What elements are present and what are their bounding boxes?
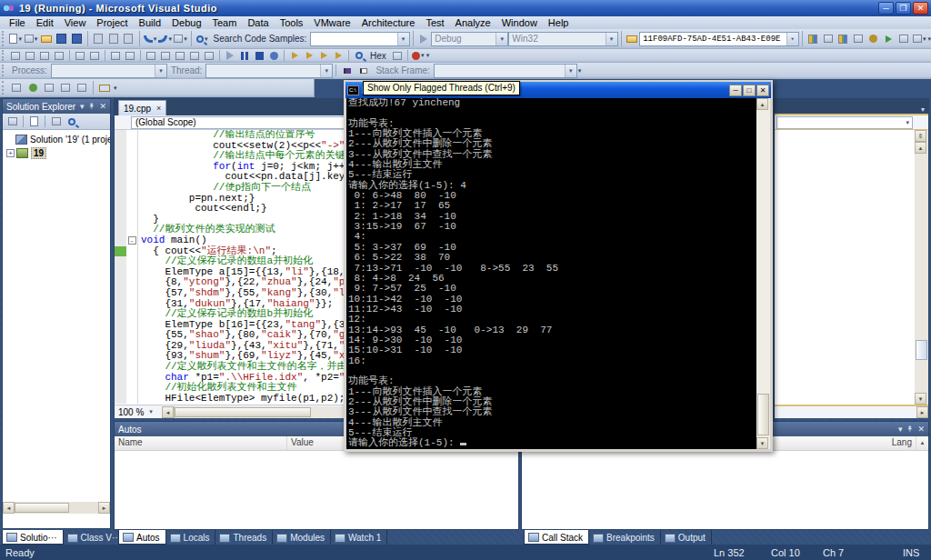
toolbar-grip[interactable] <box>2 81 6 95</box>
scroll-left-icon[interactable]: ◂ <box>162 406 174 418</box>
guid-combo[interactable]: 11F09AFD-75AD-4E51-AB43-E09E▾ <box>639 32 798 46</box>
zoom-dropdown[interactable]: 100 %▾ <box>115 407 162 417</box>
step-into-icon[interactable] <box>303 50 315 62</box>
breakpoint-gutter[interactable] <box>115 299 126 310</box>
show-flagged-only-icon[interactable] <box>356 64 371 78</box>
fold-margin[interactable]: - <box>126 235 138 246</box>
new-file-icon[interactable]: ▾ <box>9 32 23 46</box>
fold-margin[interactable] <box>126 351 138 362</box>
name-column-header[interactable]: Name <box>115 436 287 450</box>
hex-label[interactable]: Hex <box>370 51 386 61</box>
menu-analyze[interactable]: Analyze <box>450 17 496 28</box>
output-tab-callstack[interactable]: Call Stack <box>524 530 589 545</box>
menu-help[interactable]: Help <box>543 17 575 28</box>
pin-icon[interactable]: 🖈 <box>87 102 95 111</box>
parameter-info-icon[interactable] <box>38 50 51 62</box>
lang-column-header[interactable]: Lang <box>888 436 916 450</box>
breakpoint-gutter[interactable] <box>115 256 126 267</box>
package-icon[interactable] <box>97 81 112 95</box>
breakpoint-gutter[interactable] <box>115 235 126 246</box>
scroll-thumb[interactable] <box>916 340 927 360</box>
expand-icon[interactable]: + <box>6 149 15 157</box>
menu-team[interactable]: Team <box>207 17 243 28</box>
tab-list-dropdown-icon[interactable]: ▾ <box>921 102 928 114</box>
fold-margin[interactable] <box>126 383 138 394</box>
pin-icon[interactable]: 🖈 <box>906 425 914 434</box>
menu-window[interactable]: Window <box>496 17 543 28</box>
save-all-icon[interactable] <box>70 32 84 46</box>
menu-architecture[interactable]: Architecture <box>356 17 421 28</box>
fold-margin[interactable] <box>126 141 138 152</box>
flag-threads-icon[interactable] <box>340 64 355 78</box>
output-tab-output[interactable]: Output <box>661 530 712 545</box>
close-button[interactable]: ✕ <box>913 2 928 15</box>
toolbox-icon[interactable] <box>852 32 866 46</box>
code-editor[interactable]: ⇕ ▴ ▾ <box>775 130 928 405</box>
fold-margin[interactable] <box>126 267 138 278</box>
console-maximize-button[interactable]: □ <box>743 85 756 96</box>
scroll-thumb[interactable] <box>15 503 69 513</box>
splitter-handle[interactable]: ⇕ <box>915 130 926 142</box>
menu-view[interactable]: View <box>59 17 92 28</box>
uncomment-icon[interactable] <box>124 50 136 62</box>
fold-margin[interactable] <box>126 277 138 288</box>
breakpoint-gutter[interactable] <box>115 151 126 162</box>
process-combo[interactable]: ▾ <box>51 64 167 78</box>
start-debug-icon[interactable] <box>416 32 430 46</box>
scroll-right-icon[interactable]: ▸ <box>98 502 110 514</box>
fold-margin[interactable] <box>126 151 138 162</box>
fold-margin[interactable] <box>126 172 138 183</box>
stack-frame-combo[interactable]: ▾ <box>434 64 577 78</box>
breakpoint-gutter[interactable] <box>115 351 126 362</box>
scroll-left-icon[interactable]: ◂ <box>3 502 15 514</box>
fold-margin[interactable] <box>126 362 138 373</box>
console-output[interactable]: 查找成功!67 yincheng功能号表:1---向散列文件插入一个元素2---… <box>346 98 756 449</box>
autos-grid[interactable] <box>115 451 518 529</box>
solution-explorer-title-bar[interactable]: Solution Explorer ▾ 🖈 ✕ <box>3 99 110 114</box>
bookmark-folder-icon[interactable] <box>188 50 201 62</box>
breakpoint-gutter[interactable] <box>115 162 126 173</box>
output-tab-breakpoints[interactable]: Breakpoints <box>589 530 661 545</box>
menu-build[interactable]: Build <box>134 17 166 28</box>
increase-indent-icon[interactable] <box>74 50 86 62</box>
fold-margin[interactable] <box>126 288 138 299</box>
editor-vscrollbar[interactable]: ⇕ ▴ ▾ <box>915 130 928 405</box>
show-all-files-icon[interactable] <box>27 115 41 128</box>
breakpoint-gutter[interactable] <box>115 309 126 320</box>
extension-icon[interactable]: ▾ <box>913 32 926 46</box>
breakpoint-gutter[interactable] <box>115 267 126 278</box>
close-icon[interactable]: ✕ <box>917 425 925 434</box>
search-icon[interactable]: ▾ <box>195 32 209 46</box>
scroll-up-icon[interactable]: ▴ <box>915 142 926 154</box>
error-list-icon[interactable] <box>867 32 881 46</box>
navigate-icon[interactable]: ▾ <box>174 32 187 46</box>
breakpoint-gutter[interactable] <box>115 373 126 384</box>
scroll-right-icon[interactable]: ▸ <box>916 406 928 418</box>
display-member-icon[interactable] <box>24 50 36 62</box>
breakpoint-gutter[interactable] <box>115 383 126 394</box>
object-browser-icon[interactable] <box>836 32 850 46</box>
breakpoint-gutter[interactable] <box>115 225 126 235</box>
breakpoint-gutter[interactable] <box>115 183 126 194</box>
breakpoint-gutter[interactable] <box>115 320 126 331</box>
attach-process-icon[interactable] <box>625 32 638 46</box>
configuration-combo[interactable]: Debug▾ <box>431 32 508 46</box>
paste-icon[interactable] <box>122 32 135 46</box>
breakpoint-gutter[interactable] <box>115 215 126 225</box>
fold-margin[interactable] <box>126 204 138 215</box>
breakpoint-gutter[interactable] <box>115 204 126 215</box>
bookmark-icon[interactable] <box>145 50 157 62</box>
scroll-up-icon[interactable]: ▴ <box>916 436 928 448</box>
breakpoint-icon[interactable]: ▾ <box>412 50 425 62</box>
menu-edit[interactable]: Edit <box>31 17 59 28</box>
breakpoint-gutter[interactable] <box>115 194 126 205</box>
fold-margin[interactable] <box>126 320 138 331</box>
fold-margin[interactable] <box>126 130 138 141</box>
toolbar-overflow-icon[interactable]: ▾ <box>928 35 931 43</box>
scope-dropdown[interactable]: ▾ <box>776 116 913 129</box>
menu-test[interactable]: Test <box>420 17 449 28</box>
menu-tools[interactable]: Tools <box>275 17 309 28</box>
properties-icon[interactable] <box>5 115 19 128</box>
word-completion-icon[interactable] <box>53 50 65 62</box>
stop-debug-icon[interactable] <box>253 50 265 62</box>
